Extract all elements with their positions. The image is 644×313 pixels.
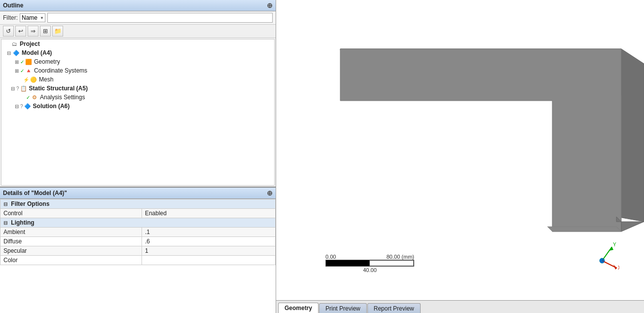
- coord-label: Coordinate Systems: [34, 67, 87, 74]
- solution-check: ?: [20, 104, 23, 109]
- outline-section: Outline ⊕ Filter: Name ↺ ↩ ⇒ ⊞ 📁 🗂: [0, 0, 276, 188]
- prop-color-value[interactable]: [142, 256, 275, 265]
- outline-tree: 🗂 Project ⊟ 🔷 Model (A4) ⊞ ✓ 🟧 Geometry: [1, 39, 275, 186]
- folder-btn[interactable]: 📁: [52, 26, 63, 37]
- prop-diffuse: Diffuse .6: [0, 237, 276, 246]
- outline-title: Outline: [3, 2, 23, 9]
- filter-text-input[interactable]: [47, 13, 273, 23]
- model-icon: 🔷: [12, 49, 20, 57]
- outline-pin[interactable]: ⊕: [267, 1, 273, 9]
- analysis-check: ✓: [26, 95, 30, 100]
- project-icon: 🗂: [10, 40, 18, 48]
- section-lighting[interactable]: ⊟ Lighting: [0, 218, 276, 228]
- filter-select[interactable]: Name: [20, 13, 45, 22]
- filter-bar: Filter: Name: [0, 11, 276, 25]
- mesh-label: Mesh: [39, 76, 53, 83]
- prop-color: Color: [0, 256, 276, 265]
- tab-print-preview[interactable]: Print Preview: [319, 303, 367, 313]
- viewport[interactable]: 0.00 80.00 (mm) 40.00 X Y: [276, 0, 644, 300]
- prop-ambient-value[interactable]: .1: [142, 228, 275, 237]
- expand-geometry[interactable]: ⊞: [13, 59, 20, 65]
- axis-svg: X Y: [585, 241, 619, 275]
- tab-geometry[interactable]: Geometry: [278, 303, 319, 313]
- props-table: ⊟ Filter Options Control Enabled ⊟ Light…: [0, 199, 276, 265]
- static-icon: 📋: [20, 84, 28, 92]
- scale-bar-white: [369, 260, 414, 266]
- solution-icon: 🔷: [24, 102, 32, 110]
- expand-model[interactable]: ⊟: [5, 50, 12, 56]
- section-lighting-label: Lighting: [11, 219, 34, 226]
- details-pin[interactable]: ⊕: [267, 189, 273, 197]
- mesh-icon: 🟡: [30, 76, 37, 83]
- expand-solution[interactable]: ⊟: [13, 104, 20, 109]
- section-filter-options[interactable]: ⊟ Filter Options: [0, 199, 276, 209]
- details-title-bar: Details of "Model (A4)" ⊕: [0, 188, 276, 199]
- scale-labels: 0.00 80.00 (mm): [325, 254, 414, 260]
- details-table: ⊟ Filter Options Control Enabled ⊟ Light…: [0, 199, 276, 313]
- model-label: Model (A4): [22, 49, 52, 56]
- tree-item-project[interactable]: 🗂 Project: [1, 39, 274, 48]
- outline-toolbar: ↺ ↩ ⇒ ⊞ 📁: [0, 25, 276, 38]
- prop-specular: Specular 1: [0, 246, 276, 256]
- filter-label: Filter:: [3, 14, 18, 21]
- tree-item-analysis[interactable]: ✓ ⚙ Analysis Settings: [1, 93, 274, 102]
- svg-point-11: [600, 258, 605, 263]
- geometry-icon: 🟧: [25, 58, 33, 66]
- tree-item-solution[interactable]: ⊟ ? 🔷 Solution (A6): [1, 102, 274, 111]
- x-axis-label: X: [618, 265, 619, 271]
- prop-ambient: Ambient .1: [0, 228, 276, 237]
- analysis-label: Analysis Settings: [40, 94, 85, 101]
- toggle-filter-options[interactable]: ⊟: [3, 201, 7, 207]
- tree-item-static[interactable]: ⊟ ? 📋 Static Structural (A5): [1, 84, 274, 93]
- section-filter-options-label: Filter Options: [11, 200, 49, 207]
- prop-specular-label: Specular: [0, 246, 142, 256]
- geometry-check: ✓: [20, 59, 24, 65]
- scale-left-label: 0.00: [325, 254, 336, 260]
- left-panel: Outline ⊕ Filter: Name ↺ ↩ ⇒ ⊞ 📁 🗂: [0, 0, 276, 313]
- solution-label: Solution (A6): [33, 103, 70, 110]
- static-label: Static Structural (A5): [29, 85, 88, 92]
- scale-bar-area: 0.00 80.00 (mm) 40.00: [325, 254, 414, 273]
- scale-right-label: 80.00 (mm): [387, 254, 414, 260]
- prop-control-label: Control: [0, 209, 142, 218]
- filter-select-wrap[interactable]: Name: [20, 13, 45, 22]
- expand-static[interactable]: ⊟: [9, 86, 16, 91]
- mesh-check: ⚡: [23, 77, 29, 82]
- prop-diffuse-label: Diffuse: [0, 237, 142, 246]
- prop-specular-value[interactable]: 1: [142, 246, 275, 256]
- details-title: Details of "Model (A4)": [3, 190, 67, 196]
- right-panel: 0.00 80.00 (mm) 40.00 X Y: [276, 0, 644, 313]
- outline-title-bar: Outline ⊕: [0, 0, 276, 11]
- prop-control-value[interactable]: Enabled: [142, 209, 275, 218]
- project-label: Project: [20, 40, 40, 47]
- coord-icon: 🔺: [25, 67, 33, 75]
- tree-item-mesh[interactable]: ⚡ 🟡 Mesh: [1, 75, 274, 84]
- tree-item-geometry[interactable]: ⊞ ✓ 🟧 Geometry: [1, 57, 274, 66]
- forward-btn[interactable]: ⇒: [28, 26, 38, 37]
- prop-diffuse-value[interactable]: .6: [142, 237, 275, 246]
- analysis-icon: ⚙: [31, 93, 38, 101]
- tab-bar: Geometry Print Preview Report Preview: [276, 300, 644, 313]
- axis-indicator: X Y: [585, 241, 619, 275]
- tree-item-coord[interactable]: ⊞ ✓ 🔺 Coordinate Systems: [1, 66, 274, 75]
- scale-bar-black: [326, 260, 369, 266]
- expand-coord[interactable]: ⊞: [13, 68, 20, 74]
- refresh-btn[interactable]: ↺: [3, 26, 14, 37]
- static-check: ?: [16, 86, 19, 91]
- toggle-lighting[interactable]: ⊟: [3, 220, 7, 226]
- coord-check: ✓: [20, 68, 24, 74]
- prop-color-label: Color: [0, 256, 142, 265]
- scale-mid-label: 40.00: [325, 267, 414, 273]
- geometry-label: Geometry: [34, 58, 60, 65]
- prop-control: Control Enabled: [0, 209, 276, 218]
- scale-bar: [325, 260, 414, 267]
- expand-btn[interactable]: ⊞: [40, 26, 51, 37]
- y-axis-label: Y: [613, 242, 616, 247]
- tab-report-preview[interactable]: Report Preview: [367, 303, 421, 313]
- prop-ambient-label: Ambient: [0, 228, 142, 237]
- back-btn[interactable]: ↩: [15, 26, 26, 37]
- tree-item-model[interactable]: ⊟ 🔷 Model (A4): [1, 48, 274, 57]
- svg-marker-5: [547, 227, 621, 232]
- details-section: Details of "Model (A4)" ⊕ ⊟ Filter Optio…: [0, 188, 276, 313]
